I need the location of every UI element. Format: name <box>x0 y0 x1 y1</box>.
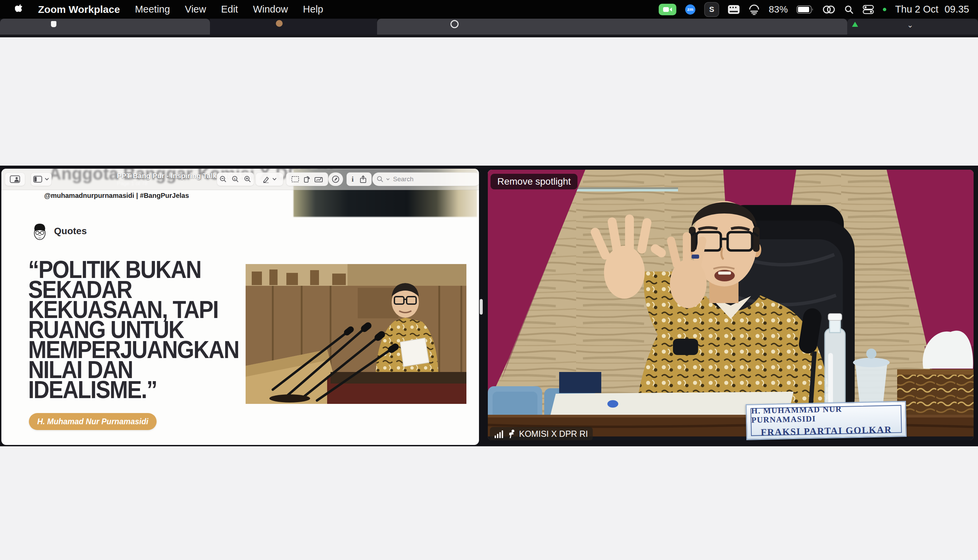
spotlight-video-tile[interactable]: Remove spotlight KOMISI X DPR RI H. MUHA… <box>488 170 974 440</box>
battery-icon[interactable] <box>797 5 814 13</box>
quote-text: “POLITIK BUKAN SEKADAR KEKUASAAN, TAPI R… <box>28 260 239 400</box>
keyboard-icon[interactable] <box>728 5 739 14</box>
markup-sidebar-button[interactable] <box>5 172 25 186</box>
background-window-tab[interactable]: ⌄ <box>847 19 978 35</box>
highlight-pen-button[interactable] <box>328 172 343 186</box>
menu-extra-dome-icon[interactable] <box>748 4 760 15</box>
avatar-favicon-icon <box>276 20 283 27</box>
zoom-meeting-window: Anggota Banggar Komisi X DPR RI PPT Bang… <box>0 166 978 446</box>
menu-bar: Zoom Workplace Meeting View Edit Window … <box>0 0 978 19</box>
participant-name: KOMISI X DPR RI <box>519 429 588 439</box>
caricature-avatar <box>32 222 47 241</box>
selection-tool-icon[interactable] <box>291 176 299 182</box>
share-icon[interactable] <box>360 175 366 183</box>
zoom-out-icon[interactable] <box>219 175 227 183</box>
desk-nameplate: H. MUHAMMAD NUR PURNAMASIDI FRAKSI PARTA… <box>746 401 907 440</box>
universal-control-icon[interactable] <box>823 5 835 14</box>
nameplate-fraction: FRAKSI PARTAI GOLKAR <box>761 424 892 437</box>
zoom-in-icon[interactable] <box>244 175 251 183</box>
remove-spotlight-button[interactable]: Remove spotlight <box>490 174 577 189</box>
slide-handle-line: @muhamadnurpurnamasidi | #BangPurJelas <box>44 192 189 200</box>
menu-window[interactable]: Window <box>253 4 288 15</box>
fill-sign-tool-icon[interactable] <box>314 176 323 182</box>
info-icon[interactable]: i <box>351 175 354 183</box>
background-window-tab[interactable] <box>0 19 210 35</box>
background-window-tab[interactable] <box>377 19 847 35</box>
nameplate-name: H. MUHAMMAD NUR PURNAMASIDI <box>751 403 901 425</box>
zoom-menubar-icon[interactable]: zm <box>685 4 695 15</box>
quotes-label: Quotes <box>54 226 87 237</box>
menu-view[interactable]: View <box>185 4 206 15</box>
tab-favicon-icon <box>51 21 57 27</box>
menu-meeting[interactable]: Meeting <box>135 4 170 15</box>
spotlight-search-icon[interactable] <box>844 5 854 14</box>
signal-strength-icon <box>495 429 504 438</box>
search-scope-chevron-icon <box>386 178 390 180</box>
ring-favicon-icon <box>450 20 459 28</box>
apple-menu-icon[interactable] <box>15 4 23 15</box>
app-menu-zoom-workplace[interactable]: Zoom Workplace <box>38 4 120 15</box>
battery-percent: 83% <box>769 4 788 15</box>
shared-screen-tile[interactable]: Anggota Banggar Komisi X DPR RI PPT Bang… <box>2 169 479 445</box>
menu-edit[interactable]: Edit <box>221 4 238 15</box>
search-input[interactable] <box>392 175 461 183</box>
zoom-controls-group: 1 <box>217 172 254 186</box>
search-icon <box>377 176 383 183</box>
background-window-tab-strip: ⌄ <box>0 19 978 35</box>
recording-green-dot <box>883 8 886 11</box>
menu-bar-clock[interactable]: Thu 2 Oct09.35 <box>895 4 969 15</box>
menu-help[interactable]: Help <box>303 4 323 15</box>
speaker-video <box>488 170 974 440</box>
chevron-down-icon: ⌄ <box>907 21 913 30</box>
view-options-button[interactable] <box>30 172 52 186</box>
search-field[interactable] <box>372 172 479 186</box>
slide-photo <box>246 264 466 404</box>
info-share-group: i <box>346 172 372 186</box>
participant-badge: KOMISI X DPR RI <box>490 427 593 440</box>
screenshot-app-icon[interactable]: S <box>704 2 719 17</box>
background-window-tab[interactable] <box>210 19 377 35</box>
rotate-tool-icon[interactable] <box>303 176 310 183</box>
green-favicon-icon <box>852 22 858 27</box>
zoom-actual-size-icon[interactable]: 1 <box>232 175 239 183</box>
camera-active-icon[interactable] <box>659 4 676 15</box>
markup-pencil-button[interactable] <box>256 172 283 186</box>
window-edge-divider <box>0 35 978 37</box>
tile-divider-handle[interactable] <box>480 299 483 315</box>
speaker-name-pill: H. Muhamad Nur Purnamasidi <box>29 413 157 430</box>
quotes-section-row: Quotes <box>32 222 87 241</box>
annotation-tools-group <box>286 172 328 186</box>
pin-icon <box>508 429 516 438</box>
control-center-icon[interactable] <box>863 5 874 14</box>
svg-text:1: 1 <box>234 177 236 180</box>
